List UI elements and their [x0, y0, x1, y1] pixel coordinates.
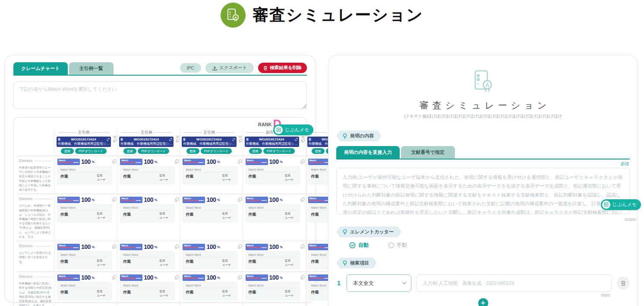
match-word-main[interactable]: 作業: [186, 290, 193, 298]
match-word-sub[interactable]: 監視: [97, 174, 105, 178]
match-word-sub[interactable]: 監視: [97, 290, 105, 293]
drawing-button[interactable]: 図面: [312, 148, 325, 154]
delete-row-button[interactable]: [617, 277, 630, 290]
pdf-download-button[interactable]: PDFダウンロード: [138, 148, 169, 154]
match-cell[interactable]: Match 100 % Match Word 作業 監視: [180, 194, 242, 241]
match-word-sub[interactable]: 監視: [97, 259, 105, 263]
match-cell[interactable]: Match 100 % Match Word 作業 監視: [54, 156, 117, 194]
copy-icon[interactable]: [300, 198, 304, 202]
match-word-sub[interactable]: ユーザ: [285, 263, 294, 267]
match-word-main[interactable]: 作業: [249, 259, 256, 267]
pdf-download-button[interactable]: PDFダウンロード: [75, 148, 107, 154]
drawing-button[interactable]: 図面: [249, 148, 262, 154]
match-word-sub[interactable]: 監視: [222, 212, 231, 216]
match-word-sub[interactable]: 監視: [160, 259, 168, 263]
copy-icon[interactable]: [300, 245, 304, 249]
match-word-sub[interactable]: 監視: [285, 212, 294, 216]
match-word-main[interactable]: 作業: [311, 212, 319, 220]
match-word-main[interactable]: 作業: [123, 174, 131, 182]
search-field-select[interactable]: 本文全文: [347, 274, 411, 292]
match-word-sub[interactable]: ユーザ: [160, 178, 168, 182]
match-word-sub[interactable]: ユーザ: [97, 178, 105, 182]
match-cell[interactable]: Match 100 % Match Word 作業 監視: [243, 156, 305, 194]
match-cell[interactable]: Match 100 % Match Word 作業 監視: [117, 156, 180, 194]
patent-card[interactable]: WO2019172424 作業機械、作業機械用周辺監視シ…: [119, 137, 174, 147]
match-word-sub[interactable]: 監視: [160, 174, 168, 178]
match-word-sub[interactable]: 監視: [222, 174, 231, 178]
drawing-button[interactable]: 図面: [61, 148, 74, 154]
tab-claim-chart[interactable]: クレームチャート: [13, 62, 68, 75]
jibun-memo-button[interactable]: じぶんメモ: [601, 199, 641, 210]
match-cell[interactable]: Match 100 % Match Word 作業 監視: [117, 271, 180, 306]
match-word-main[interactable]: 作業: [123, 290, 131, 298]
copy-icon[interactable]: [300, 275, 304, 280]
match-cell[interactable]: Match 100 % Match Word 作業 監視: [243, 241, 305, 271]
tab-document-number[interactable]: 文献番号で指定: [401, 146, 455, 159]
match-word-main[interactable]: 作業: [123, 259, 131, 267]
match-word-sub[interactable]: 監視: [97, 212, 105, 216]
copy-icon[interactable]: [300, 159, 304, 164]
match-word-main[interactable]: 作業: [60, 212, 68, 220]
match-word-sub[interactable]: ユーザ: [97, 216, 105, 220]
match-word-main[interactable]: 作業: [311, 259, 319, 267]
tab-direct-input[interactable]: 発明の内容を直接入力: [336, 146, 400, 159]
copy-icon[interactable]: [238, 159, 242, 164]
pdf-download-button[interactable]: PDFダウンロード: [263, 148, 295, 154]
pdf-download-button[interactable]: PDFダウンロード: [201, 148, 232, 154]
match-word-main[interactable]: 作業: [60, 290, 68, 298]
drawing-button[interactable]: 図面: [186, 148, 199, 154]
export-button[interactable]: エクスポート: [205, 63, 254, 73]
match-cell[interactable]: Match 100 % Match Word 作業 監視: [117, 194, 180, 241]
match-word-sub[interactable]: 監視: [285, 290, 294, 293]
match-word-sub[interactable]: ユーザ: [222, 294, 231, 298]
copy-icon[interactable]: [238, 275, 242, 280]
copy-icon[interactable]: [238, 198, 242, 202]
match-word-sub[interactable]: 監視: [222, 290, 231, 293]
match-word-sub[interactable]: ユーザ: [160, 263, 168, 267]
copy-icon[interactable]: [175, 198, 179, 202]
match-word-main[interactable]: 作業: [123, 212, 131, 220]
match-word-sub[interactable]: ユーザ: [222, 216, 231, 220]
match-word-main[interactable]: 作業: [249, 174, 256, 182]
match-word-main[interactable]: 作業: [249, 212, 256, 220]
copy-icon[interactable]: [175, 245, 179, 249]
match-word-sub[interactable]: ユーザ: [285, 294, 294, 298]
external-link-icon[interactable]: [107, 138, 110, 141]
match-word-main[interactable]: 作業: [186, 212, 193, 220]
match-word-sub[interactable]: 監視: [160, 290, 168, 293]
match-word-sub[interactable]: ユーザ: [285, 178, 294, 182]
match-cell[interactable]: Match 100 % Match Word 作業 監視: [54, 271, 117, 306]
match-word-sub[interactable]: 監視: [222, 259, 231, 263]
match-word-main[interactable]: 作業: [311, 290, 319, 298]
match-cell[interactable]: Match 100 % Match Word 作業 監視: [117, 241, 180, 271]
match-cell[interactable]: Match 100 % Match Word 作業 監視: [54, 241, 117, 271]
search-term-input[interactable]: [417, 274, 612, 292]
radio-manual[interactable]: 手動: [388, 242, 407, 249]
patent-card[interactable]: WO2019172424 作業機械、作業機械用周辺監視シ…: [245, 137, 299, 147]
add-search-row-button[interactable]: +: [478, 298, 488, 306]
copy-icon[interactable]: [175, 275, 179, 280]
delete-results-button[interactable]: 検索結果を削除: [258, 63, 307, 73]
copy-icon[interactable]: [239, 139, 242, 143]
external-link-icon[interactable]: [169, 138, 172, 141]
jibun-memo-button[interactable]: じぶんメモ: [273, 124, 313, 135]
tab-main-citations[interactable]: 主引例一覧: [69, 62, 114, 75]
match-word-textarea[interactable]: [13, 81, 307, 109]
copy-icon[interactable]: [112, 275, 116, 280]
match-word-sub[interactable]: 監視: [285, 259, 294, 263]
match-cell[interactable]: Match 100 % Match Word 作業 監視: [180, 271, 242, 306]
ipc-button[interactable]: IPC: [180, 63, 202, 73]
match-word-main[interactable]: 作業: [186, 174, 193, 182]
match-word-sub[interactable]: 監視: [160, 212, 168, 216]
external-link-icon[interactable]: [232, 138, 235, 141]
match-cell[interactable]: Match 100 % Match Word 作業 監視: [54, 194, 117, 241]
match-word-sub[interactable]: ユーザ: [285, 216, 294, 220]
match-word-sub[interactable]: 監視: [285, 174, 294, 178]
match-cell[interactable]: Match 100 % Match Word 作業 監視: [180, 156, 242, 194]
copy-icon[interactable]: [238, 245, 242, 249]
match-word-main[interactable]: 作業: [60, 174, 68, 182]
external-link-icon[interactable]: [295, 138, 298, 141]
match-cell[interactable]: Match 100 % Match Word 作業 監視: [243, 194, 305, 241]
match-word-main[interactable]: 作業: [311, 174, 319, 182]
match-word-sub[interactable]: ユーザ: [160, 294, 168, 298]
